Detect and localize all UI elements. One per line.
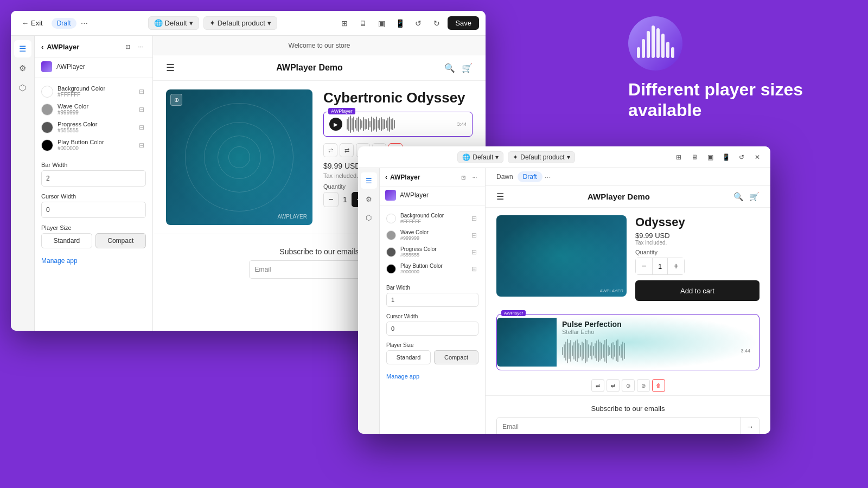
sec-wave-color-swatch[interactable] — [386, 230, 396, 240]
wave-color-action-icon[interactable]: ⊟ — [137, 105, 146, 114]
sec-progress-color-action-icon[interactable]: ⊟ — [470, 248, 478, 256]
sec-panel-more-icon[interactable]: ··· — [470, 172, 480, 182]
toolbar-shuffle-button[interactable]: ⇄ — [340, 143, 354, 157]
sec-cart-icon[interactable]: 🛒 — [749, 192, 760, 202]
sec-close-button[interactable]: ✕ — [751, 151, 764, 164]
panel-more-icon[interactable]: ··· — [135, 41, 146, 52]
wave-color-swatch[interactable] — [41, 104, 53, 115]
dawn-tab[interactable]: Dawn — [492, 171, 518, 182]
wf-bar — [361, 120, 362, 128]
progress-color-hex: #555555 — [58, 127, 133, 133]
sec-default-dropdown[interactable]: 🌐 Default ▾ — [457, 151, 503, 163]
sec-image-watermark: AWPLAYER — [599, 288, 623, 293]
time-label: 3:44 — [457, 121, 467, 127]
panel-title: AWPlayer — [47, 43, 79, 51]
sec-hamburger-icon[interactable]: ☰ — [496, 191, 504, 202]
sec-topbar-right: ⊞ 🖥 ▣ 📱 ↺ ✕ — [672, 151, 764, 164]
progress-color-action-icon[interactable]: ⊟ — [137, 123, 146, 132]
sec-cursor-width-input[interactable] — [386, 322, 478, 336]
save-button[interactable]: Save — [448, 16, 479, 30]
default-dropdown[interactable]: 🌐 Default ▾ — [148, 16, 199, 30]
sec-wave-color-action-icon[interactable]: ⊟ — [470, 231, 478, 240]
play-button[interactable]: ▶ — [329, 118, 342, 131]
sec-tab-more-button[interactable]: ··· — [545, 172, 551, 181]
sec-undo-button[interactable]: ↺ — [735, 151, 748, 164]
undo-button[interactable]: ↺ — [411, 16, 426, 31]
app-icon — [41, 61, 52, 72]
sec-sidebar-icon-settings[interactable]: ⚙ — [361, 191, 377, 207]
panel-view-icon[interactable]: ⊡ — [122, 41, 133, 52]
search-icon[interactable]: 🔍 — [444, 63, 455, 73]
standard-size-button[interactable]: Standard — [41, 233, 92, 248]
redo-button[interactable]: ↻ — [429, 16, 444, 31]
grid-view-button[interactable]: ⊞ — [337, 16, 352, 31]
qty-decrease-button[interactable]: − — [323, 192, 339, 207]
sec-tablet-view-button[interactable]: ▣ — [704, 151, 717, 164]
sec-toolbar-share-button[interactable]: ⊙ — [622, 379, 635, 392]
sec-toolbar-delete-button[interactable]: 🗑 — [652, 379, 665, 392]
zoom-button[interactable]: ⊕ — [170, 94, 182, 106]
draft-badge[interactable]: Draft — [52, 18, 76, 29]
mobile-view-button[interactable]: 📱 — [392, 16, 407, 31]
sec-toolbar-repeat-button[interactable]: ⇌ — [591, 379, 604, 392]
bg-color-action-icon[interactable]: ⊟ — [137, 87, 146, 96]
manage-app-link[interactable]: Manage app — [35, 252, 152, 270]
wf-bar — [366, 119, 367, 129]
sec-bg-color-action-icon[interactable]: ⊟ — [470, 214, 478, 223]
playbutton-color-action-icon[interactable]: ⊟ — [137, 141, 146, 150]
sec-panel-view-icon[interactable]: ⊡ — [458, 172, 468, 182]
cursor-width-input[interactable] — [41, 202, 146, 218]
sec-standard-size-button[interactable]: Standard — [386, 350, 431, 364]
sec-sidebar-icon-apps[interactable]: ⬡ — [361, 209, 377, 226]
hamburger-icon[interactable]: ☰ — [166, 62, 175, 74]
waveform-bars — [347, 115, 452, 133]
panel-back-button[interactable]: ‹ AWPlayer — [41, 43, 79, 51]
progress-color-swatch[interactable] — [41, 121, 53, 133]
sidebar-icon-settings[interactable]: ⚙ — [14, 60, 31, 77]
tablet-view-button[interactable]: ▣ — [374, 16, 389, 31]
sec-qty-label: Quantity — [635, 249, 760, 255]
sec-desktop-view-button[interactable]: 🖥 — [688, 151, 701, 164]
sec-bg-color-swatch[interactable] — [386, 214, 396, 223]
sec-compact-size-button[interactable]: Compact — [434, 350, 478, 364]
sec-default-product-dropdown[interactable]: ✦ Default product ▾ — [508, 151, 575, 163]
sec-globe-icon: 🌐 — [462, 153, 470, 161]
toolbar-repeat-button[interactable]: ⇌ — [323, 143, 337, 157]
sec-email-input[interactable] — [497, 418, 741, 434]
sec-playbutton-color-action-icon[interactable]: ⊟ — [470, 265, 478, 273]
sec-qty-decrease[interactable]: − — [636, 258, 652, 274]
sec-mobile-view-button[interactable]: 📱 — [719, 151, 732, 164]
product-image: ⊕ AWPLAYER — [166, 89, 312, 225]
playbutton-color-swatch[interactable] — [41, 139, 53, 151]
wf-bar — [358, 117, 359, 132]
add-to-cart-button[interactable]: Add to cart — [635, 280, 760, 301]
sec-panel-back-button[interactable]: ‹ AWPlayer — [385, 174, 420, 181]
sec-toolbar-download-button[interactable]: ⊘ — [637, 379, 650, 392]
sec-manage-app-link[interactable]: Manage app — [380, 368, 485, 385]
bg-color-swatch[interactable] — [41, 86, 53, 98]
sidebar-icon-apps[interactable]: ⬡ — [14, 79, 31, 97]
sec-bar-width-input[interactable] — [386, 293, 478, 307]
wave-color-hex: #999999 — [58, 110, 133, 115]
wf-bar — [394, 120, 395, 129]
default-product-dropdown[interactable]: ✦ Default product ▾ — [203, 16, 277, 30]
sec-search-icon[interactable]: 🔍 — [733, 192, 744, 202]
sec-email-submit-button[interactable]: → — [741, 418, 759, 434]
store-topbar: Welcome to our store — [153, 36, 486, 55]
desktop-view-button[interactable]: 🖥 — [355, 16, 371, 31]
cart-icon[interactable]: 🛒 — [462, 63, 473, 73]
draft-tab[interactable]: Draft — [518, 171, 542, 182]
sec-qty-increase[interactable]: + — [668, 258, 684, 274]
sec-sidebar-icon-sections[interactable]: ☰ — [361, 172, 377, 189]
more-options-button[interactable]: ··· — [81, 18, 88, 28]
bar-width-input[interactable] — [41, 170, 146, 187]
sec-progress-color-swatch[interactable] — [386, 247, 396, 257]
sec-color-row-bg: Background Color #FFFFFF ⊟ — [386, 210, 478, 227]
sec-toolbar-shuffle-button[interactable]: ⇄ — [607, 379, 620, 392]
sidebar-icon-sections[interactable]: ☰ — [14, 40, 31, 57]
sec-grid-view-button[interactable]: ⊞ — [672, 151, 685, 164]
compact-size-button[interactable]: Compact — [95, 233, 146, 248]
sec-playbutton-color-swatch[interactable] — [386, 264, 396, 274]
bar-width-label: Bar Width — [41, 162, 146, 168]
exit-button[interactable]: ← Exit — [17, 17, 47, 29]
